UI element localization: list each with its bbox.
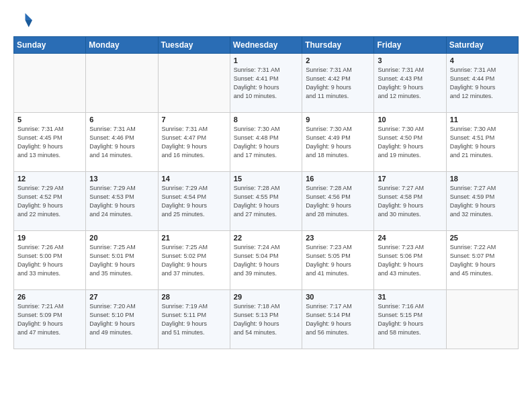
- header: [13, 11, 519, 30]
- day-info: Sunrise: 7:28 AM Sunset: 4:56 PM Dayligh…: [306, 184, 370, 219]
- calendar-cell: 28Sunrise: 7:19 AM Sunset: 5:11 PM Dayli…: [158, 290, 230, 349]
- day-number: 8: [234, 116, 298, 124]
- calendar-cell: 20Sunrise: 7:25 AM Sunset: 5:01 PM Dayli…: [86, 231, 158, 290]
- calendar-cell: 5Sunrise: 7:31 AM Sunset: 4:45 PM Daylig…: [14, 113, 86, 172]
- day-number: 16: [306, 175, 370, 183]
- day-number: 19: [17, 234, 82, 242]
- calendar-cell: 3Sunrise: 7:31 AM Sunset: 4:43 PM Daylig…: [374, 54, 446, 113]
- calendar-cell: 1Sunrise: 7:31 AM Sunset: 4:41 PM Daylig…: [230, 54, 302, 113]
- calendar-cell: 24Sunrise: 7:23 AM Sunset: 5:06 PM Dayli…: [374, 231, 446, 290]
- day-info: Sunrise: 7:28 AM Sunset: 4:55 PM Dayligh…: [234, 184, 298, 219]
- calendar-cell: 14Sunrise: 7:29 AM Sunset: 4:54 PM Dayli…: [158, 172, 230, 231]
- calendar-cell: 27Sunrise: 7:20 AM Sunset: 5:10 PM Dayli…: [86, 290, 158, 349]
- day-info: Sunrise: 7:23 AM Sunset: 5:05 PM Dayligh…: [306, 243, 370, 278]
- day-info: Sunrise: 7:29 AM Sunset: 4:53 PM Dayligh…: [89, 184, 154, 219]
- day-number: 7: [162, 116, 226, 124]
- day-info: Sunrise: 7:29 AM Sunset: 4:54 PM Dayligh…: [162, 184, 226, 219]
- day-number: 29: [234, 293, 298, 301]
- calendar-week-2: 5Sunrise: 7:31 AM Sunset: 4:45 PM Daylig…: [14, 113, 519, 172]
- day-info: Sunrise: 7:31 AM Sunset: 4:42 PM Dayligh…: [306, 66, 370, 101]
- calendar-week-5: 26Sunrise: 7:21 AM Sunset: 5:09 PM Dayli…: [14, 290, 519, 349]
- day-info: Sunrise: 7:30 AM Sunset: 4:48 PM Dayligh…: [234, 125, 298, 160]
- day-number: 3: [378, 56, 442, 64]
- weekday-header-tuesday: Tuesday: [158, 37, 230, 54]
- calendar-table: SundayMondayTuesdayWednesdayThursdayFrid…: [13, 36, 519, 349]
- calendar-cell: 10Sunrise: 7:30 AM Sunset: 4:50 PM Dayli…: [374, 113, 446, 172]
- calendar-cell: 2Sunrise: 7:31 AM Sunset: 4:42 PM Daylig…: [302, 54, 374, 113]
- day-number: 23: [306, 234, 370, 242]
- weekday-header-row: SundayMondayTuesdayWednesdayThursdayFrid…: [14, 37, 519, 54]
- calendar-cell: [158, 54, 230, 113]
- calendar-cell: 8Sunrise: 7:30 AM Sunset: 4:48 PM Daylig…: [230, 113, 302, 172]
- day-info: Sunrise: 7:30 AM Sunset: 4:51 PM Dayligh…: [450, 125, 515, 160]
- calendar-cell: 11Sunrise: 7:30 AM Sunset: 4:51 PM Dayli…: [446, 113, 518, 172]
- calendar-week-3: 12Sunrise: 7:29 AM Sunset: 4:52 PM Dayli…: [14, 172, 519, 231]
- svg-marker-0: [26, 13, 33, 21]
- calendar-week-4: 19Sunrise: 7:26 AM Sunset: 5:00 PM Dayli…: [14, 231, 519, 290]
- day-info: Sunrise: 7:20 AM Sunset: 5:10 PM Dayligh…: [89, 302, 154, 337]
- calendar-cell: 30Sunrise: 7:17 AM Sunset: 5:14 PM Dayli…: [302, 290, 374, 349]
- day-number: 30: [306, 293, 370, 301]
- day-info: Sunrise: 7:31 AM Sunset: 4:41 PM Dayligh…: [234, 66, 298, 101]
- day-info: Sunrise: 7:30 AM Sunset: 4:49 PM Dayligh…: [306, 125, 370, 160]
- weekday-header-wednesday: Wednesday: [230, 37, 302, 54]
- day-info: Sunrise: 7:25 AM Sunset: 5:02 PM Dayligh…: [162, 243, 226, 278]
- day-number: 20: [89, 234, 154, 242]
- day-info: Sunrise: 7:31 AM Sunset: 4:47 PM Dayligh…: [162, 125, 226, 160]
- day-info: Sunrise: 7:26 AM Sunset: 5:00 PM Dayligh…: [17, 243, 82, 278]
- day-number: 12: [17, 175, 82, 183]
- day-info: Sunrise: 7:17 AM Sunset: 5:14 PM Dayligh…: [306, 302, 370, 337]
- calendar-cell: 21Sunrise: 7:25 AM Sunset: 5:02 PM Dayli…: [158, 231, 230, 290]
- logo: [13, 11, 35, 30]
- svg-marker-1: [26, 20, 33, 28]
- calendar-cell: [86, 54, 158, 113]
- day-info: Sunrise: 7:31 AM Sunset: 4:43 PM Dayligh…: [378, 66, 442, 101]
- day-number: 4: [450, 56, 515, 64]
- calendar-cell: 25Sunrise: 7:22 AM Sunset: 5:07 PM Dayli…: [446, 231, 518, 290]
- calendar-cell: [446, 290, 518, 349]
- calendar-cell: 6Sunrise: 7:31 AM Sunset: 4:46 PM Daylig…: [86, 113, 158, 172]
- calendar-cell: 17Sunrise: 7:27 AM Sunset: 4:58 PM Dayli…: [374, 172, 446, 231]
- day-number: 14: [162, 175, 226, 183]
- day-number: 28: [162, 293, 226, 301]
- day-number: 22: [234, 234, 298, 242]
- day-number: 13: [89, 175, 154, 183]
- calendar-cell: 4Sunrise: 7:31 AM Sunset: 4:44 PM Daylig…: [446, 54, 518, 113]
- day-info: Sunrise: 7:31 AM Sunset: 4:45 PM Dayligh…: [17, 125, 82, 160]
- page: SundayMondayTuesdayWednesdayThursdayFrid…: [0, 0, 532, 411]
- day-info: Sunrise: 7:31 AM Sunset: 4:46 PM Dayligh…: [89, 125, 154, 160]
- calendar-header: SundayMondayTuesdayWednesdayThursdayFrid…: [14, 37, 519, 54]
- day-info: Sunrise: 7:24 AM Sunset: 5:04 PM Dayligh…: [234, 243, 298, 278]
- day-info: Sunrise: 7:21 AM Sunset: 5:09 PM Dayligh…: [17, 302, 82, 337]
- day-info: Sunrise: 7:22 AM Sunset: 5:07 PM Dayligh…: [450, 243, 515, 278]
- day-info: Sunrise: 7:25 AM Sunset: 5:01 PM Dayligh…: [89, 243, 154, 278]
- calendar-cell: 15Sunrise: 7:28 AM Sunset: 4:55 PM Dayli…: [230, 172, 302, 231]
- day-info: Sunrise: 7:23 AM Sunset: 5:06 PM Dayligh…: [378, 243, 442, 278]
- calendar-body: 1Sunrise: 7:31 AM Sunset: 4:41 PM Daylig…: [14, 54, 519, 349]
- day-number: 6: [89, 116, 154, 124]
- calendar-cell: 23Sunrise: 7:23 AM Sunset: 5:05 PM Dayli…: [302, 231, 374, 290]
- calendar-cell: 19Sunrise: 7:26 AM Sunset: 5:00 PM Dayli…: [14, 231, 86, 290]
- day-info: Sunrise: 7:31 AM Sunset: 4:44 PM Dayligh…: [450, 66, 515, 101]
- day-number: 1: [234, 56, 298, 64]
- calendar-cell: 9Sunrise: 7:30 AM Sunset: 4:49 PM Daylig…: [302, 113, 374, 172]
- day-info: Sunrise: 7:18 AM Sunset: 5:13 PM Dayligh…: [234, 302, 298, 337]
- calendar-cell: 29Sunrise: 7:18 AM Sunset: 5:13 PM Dayli…: [230, 290, 302, 349]
- calendar-cell: 31Sunrise: 7:16 AM Sunset: 5:15 PM Dayli…: [374, 290, 446, 349]
- day-number: 31: [378, 293, 442, 301]
- calendar-cell: 13Sunrise: 7:29 AM Sunset: 4:53 PM Dayli…: [86, 172, 158, 231]
- day-number: 5: [17, 116, 82, 124]
- day-info: Sunrise: 7:29 AM Sunset: 4:52 PM Dayligh…: [17, 184, 82, 219]
- weekday-header-thursday: Thursday: [302, 37, 374, 54]
- calendar-cell: 18Sunrise: 7:27 AM Sunset: 4:59 PM Dayli…: [446, 172, 518, 231]
- weekday-header-monday: Monday: [86, 37, 158, 54]
- day-number: 17: [378, 175, 442, 183]
- day-number: 25: [450, 234, 515, 242]
- day-number: 9: [306, 116, 370, 124]
- day-number: 24: [378, 234, 442, 242]
- calendar-cell: 12Sunrise: 7:29 AM Sunset: 4:52 PM Dayli…: [14, 172, 86, 231]
- calendar-cell: 7Sunrise: 7:31 AM Sunset: 4:47 PM Daylig…: [158, 113, 230, 172]
- day-info: Sunrise: 7:27 AM Sunset: 4:59 PM Dayligh…: [450, 184, 515, 219]
- day-number: 2: [306, 56, 370, 64]
- day-number: 27: [89, 293, 154, 301]
